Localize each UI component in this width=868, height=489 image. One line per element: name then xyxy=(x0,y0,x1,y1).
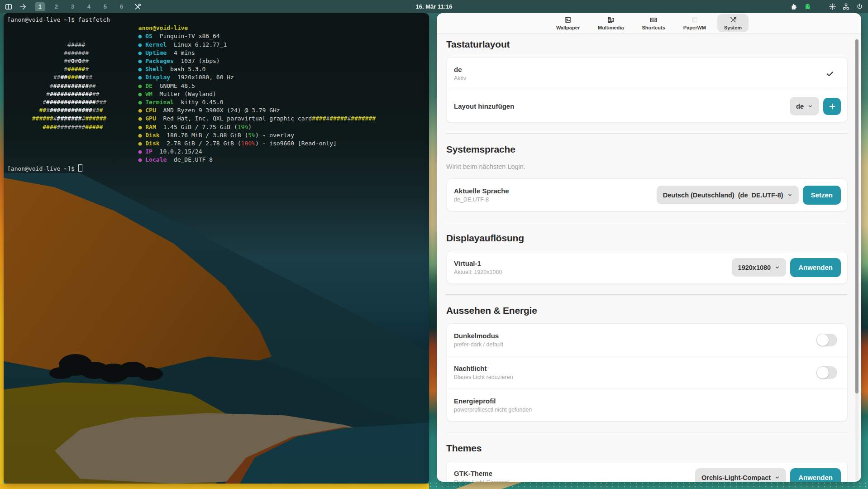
terminal-line: ############### ● WM Mutter (Wayland) xyxy=(7,90,429,98)
row-title: Energieprofil xyxy=(454,397,841,405)
tab-label: PaperWM xyxy=(683,25,706,30)
power-icon[interactable] xyxy=(856,3,863,10)
terminal-cursor xyxy=(78,164,83,172)
row-text: Virtual-1Aktuell: 1920x1080 xyxy=(454,259,732,276)
section-divider xyxy=(446,133,848,134)
wallpaper-bottom-left-strip xyxy=(0,484,429,489)
terminal-line: ● Disk 2.78 GiB / 2.78 GiB (100%) - iso9… xyxy=(7,139,429,148)
setzen-button-aktuelle-sprache[interactable]: Setzen xyxy=(803,186,841,205)
workspace-5[interactable]: 5 xyxy=(100,2,110,11)
terminal-window[interactable]: [anon@void-live ~]$ fastfetch anon@void-… xyxy=(4,13,429,484)
virtual-1-dropdown[interactable]: 1920x1080 xyxy=(732,258,787,277)
workspace-6[interactable]: 6 xyxy=(117,2,126,11)
tools-icon[interactable] xyxy=(134,3,142,11)
row-de: deAktiv xyxy=(447,58,847,90)
dropdown-value: de xyxy=(796,103,804,110)
tab-multimedia[interactable]: Multimedia xyxy=(591,14,630,32)
extension-puzzle-icon[interactable] xyxy=(790,3,798,10)
anwenden-button-gtk-theme[interactable]: Anwenden xyxy=(790,468,841,482)
row-controls: Orchis-Light-CompactAnwenden xyxy=(695,468,841,482)
nachtlicht-toggle[interactable] xyxy=(816,366,837,379)
section-title-themes: Themes xyxy=(446,443,848,453)
terminal-line: ##O#O## ● Packages 1037 (xbps) xyxy=(7,57,429,65)
row-subtitle: Aktuell: 1920x1080 xyxy=(454,269,732,276)
tab-system[interactable]: System xyxy=(717,14,749,32)
terminal-line: ● Locale de_DE.UTF-8 xyxy=(7,156,429,164)
dropdown-value: Orchis-Light-Compact xyxy=(701,474,771,481)
terminal-line: [anon@void-live ~]$ xyxy=(7,164,429,173)
tab-shortcuts[interactable]: Shortcuts xyxy=(635,14,672,32)
card-systemsprache: Aktuelle Sprachede_DE.UTF-8Deutsch (Deut… xyxy=(446,178,848,211)
tab-wallpaper[interactable]: Wallpaper xyxy=(549,14,587,32)
row-text: NachtlichtBlaues Licht reduzieren xyxy=(454,364,816,381)
paperwm-icon xyxy=(691,16,699,24)
tab-label: Multimedia xyxy=(598,25,624,30)
ghost-icon[interactable] xyxy=(804,3,811,10)
terminal-line: ##### ● Kernel Linux 6.12.77_1 xyxy=(7,41,429,49)
brightness-icon[interactable] xyxy=(829,3,836,10)
wallpaper-bottom-right-strip xyxy=(429,482,868,489)
tab-label: System xyxy=(724,25,742,30)
wallpaper-sand-path xyxy=(446,482,523,489)
terminal-line: ################# ● RAM 1.45 GiB / 7.75 … xyxy=(7,123,429,131)
row-text: Energieprofilpowerprofilesctl nicht gefu… xyxy=(454,397,841,413)
row-subtitle: prefer-dark / default xyxy=(454,341,816,348)
settings-window: WallpaperMultimediaShortcutsPaperWMSyste… xyxy=(437,13,861,482)
tab-paperwm[interactable]: PaperWM xyxy=(677,14,713,32)
section-title-systemsprache: Systemsprache xyxy=(446,144,848,154)
clock[interactable]: 16. Mär 11:16 xyxy=(0,3,868,10)
toggle-knob xyxy=(817,334,829,346)
workspace-1[interactable]: 1 xyxy=(35,2,45,11)
add-layout-button[interactable] xyxy=(823,98,841,115)
row-layout-hinzufuegen: Layout hinzufügende xyxy=(447,90,847,122)
row-title: Virtual-1 xyxy=(454,259,732,268)
row-title: de xyxy=(454,66,825,74)
scrollbar-thumb[interactable] xyxy=(855,39,858,393)
toggle-knob xyxy=(817,367,829,379)
card-tastaturlayout: deAktivLayout hinzufügende xyxy=(446,57,848,123)
system-tray xyxy=(790,3,868,10)
layout-hinzufuegen-dropdown[interactable]: de xyxy=(790,97,819,115)
row-dunkelmodus: Dunkelmodusprefer-dark / default xyxy=(447,324,847,356)
arrow-right-icon[interactable] xyxy=(19,3,27,11)
section-divider xyxy=(446,432,848,432)
row-controls xyxy=(816,366,841,379)
row-title: Nachtlicht xyxy=(454,364,816,373)
aktuelle-sprache-dropdown[interactable]: Deutsch (Deutschland) (de_DE.UTF-8) xyxy=(657,186,799,204)
row-controls xyxy=(825,69,841,78)
chevron-down-icon xyxy=(774,264,781,271)
terminal-line: ####### ● Uptime 4 mins xyxy=(7,49,429,57)
card-displayaufloesung: Virtual-1Aktuell: 1920x10801920x1080Anwe… xyxy=(446,251,848,284)
shortcuts-icon xyxy=(649,16,658,24)
section-divider xyxy=(446,222,848,222)
chevron-down-icon xyxy=(787,192,793,198)
terminal-line: ####### ● Shell bash 5.3.0 xyxy=(7,65,429,73)
row-subtitle: Aktiv xyxy=(454,75,825,82)
terminal-line: ########### ● Display 1920x1080, 60 Hz xyxy=(7,73,429,82)
section-note: Wirkt beim nächsten Login. xyxy=(446,163,848,171)
terminal-output: [anon@void-live ~]$ fastfetch anon@void-… xyxy=(4,13,429,484)
network-tree-icon[interactable] xyxy=(842,3,850,10)
terminal-line: ############# ● DE GNOME 48.5 xyxy=(7,82,429,90)
desktop: 123456 16. Mär 11:16 [anon@void-live ~]$… xyxy=(0,0,868,489)
chevron-down-icon xyxy=(774,474,781,481)
row-text: Layout hinzufügen xyxy=(454,102,790,110)
row-controls: 1920x1080Anwenden xyxy=(732,258,841,277)
workspace-4[interactable]: 4 xyxy=(84,2,94,11)
gtk-theme-dropdown[interactable]: Orchis-Light-Compact xyxy=(695,468,786,482)
dunkelmodus-toggle[interactable] xyxy=(816,334,837,346)
section-title-aussehen-energie: Aussehen & Energie xyxy=(446,305,848,316)
row-nachtlicht: NachtlichtBlaues Licht reduzieren xyxy=(447,356,847,388)
top-bar: 123456 16. Mär 11:16 xyxy=(0,0,868,13)
workspace-2[interactable]: 2 xyxy=(52,2,61,11)
row-title: Layout hinzufügen xyxy=(454,102,790,110)
terminal-line: ● Disk 180.76 MiB / 3.88 GiB (5%) - over… xyxy=(7,131,429,139)
row-title: GTK-Theme xyxy=(454,470,695,478)
split-view-icon[interactable] xyxy=(5,3,13,11)
row-controls: Deutsch (Deutschland) (de_DE.UTF-8)Setze… xyxy=(657,186,841,205)
workspace-3[interactable]: 3 xyxy=(68,2,77,11)
row-aktuelle-sprache: Aktuelle Sprachede_DE.UTF-8Deutsch (Deut… xyxy=(447,179,847,211)
tab-label: Wallpaper xyxy=(556,25,580,30)
chevron-down-icon xyxy=(807,103,814,110)
anwenden-button-virtual-1[interactable]: Anwenden xyxy=(790,258,841,277)
